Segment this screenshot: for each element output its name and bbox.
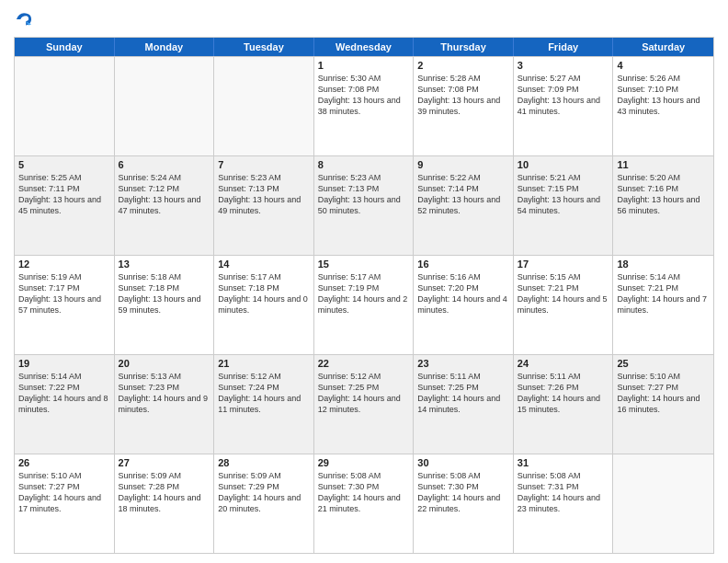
header-cell-thursday: Thursday bbox=[414, 38, 514, 56]
calendar-cell: 24Sunrise: 5:11 AM Sunset: 7:26 PM Dayli… bbox=[514, 355, 614, 454]
calendar-cell bbox=[15, 57, 115, 155]
day-number: 20 bbox=[119, 358, 210, 369]
cell-info: Sunrise: 5:12 AM Sunset: 7:25 PM Dayligh… bbox=[318, 371, 410, 416]
calendar-cell: 1Sunrise: 5:30 AM Sunset: 7:08 PM Daylig… bbox=[314, 57, 415, 155]
calendar-cell: 23Sunrise: 5:11 AM Sunset: 7:25 PM Dayli… bbox=[414, 355, 514, 454]
day-number: 12 bbox=[18, 259, 110, 270]
calendar-cell: 7Sunrise: 5:23 AM Sunset: 7:13 PM Daylig… bbox=[214, 156, 314, 255]
calendar-row-3: 12Sunrise: 5:19 AM Sunset: 7:17 PM Dayli… bbox=[15, 255, 713, 354]
header-cell-sunday: Sunday bbox=[15, 38, 115, 56]
calendar-cell: 28Sunrise: 5:09 AM Sunset: 7:29 PM Dayli… bbox=[214, 454, 314, 553]
header-cell-friday: Friday bbox=[514, 38, 614, 56]
cell-info: Sunrise: 5:19 AM Sunset: 7:17 PM Dayligh… bbox=[18, 271, 110, 316]
day-number: 7 bbox=[218, 159, 310, 170]
calendar-row-1: 1Sunrise: 5:30 AM Sunset: 7:08 PM Daylig… bbox=[15, 56, 713, 155]
calendar-cell: 19Sunrise: 5:14 AM Sunset: 7:22 PM Dayli… bbox=[15, 355, 115, 454]
day-number: 2 bbox=[417, 60, 509, 71]
calendar-cell: 3Sunrise: 5:27 AM Sunset: 7:09 PM Daylig… bbox=[514, 57, 614, 155]
day-number: 14 bbox=[218, 259, 310, 270]
calendar-header: SundayMondayTuesdayWednesdayThursdayFrid… bbox=[15, 38, 713, 56]
calendar-cell: 5Sunrise: 5:25 AM Sunset: 7:11 PM Daylig… bbox=[15, 156, 115, 255]
cell-info: Sunrise: 5:10 AM Sunset: 7:27 PM Dayligh… bbox=[617, 371, 710, 416]
cell-info: Sunrise: 5:09 AM Sunset: 7:28 PM Dayligh… bbox=[119, 470, 210, 515]
calendar-cell: 27Sunrise: 5:09 AM Sunset: 7:28 PM Dayli… bbox=[115, 454, 215, 553]
calendar-row-5: 26Sunrise: 5:10 AM Sunset: 7:27 PM Dayli… bbox=[15, 454, 713, 553]
day-number: 13 bbox=[119, 259, 210, 270]
day-number: 29 bbox=[318, 457, 410, 468]
day-number: 9 bbox=[417, 159, 509, 170]
day-number: 21 bbox=[218, 358, 310, 369]
cell-info: Sunrise: 5:10 AM Sunset: 7:27 PM Dayligh… bbox=[18, 470, 110, 515]
cell-info: Sunrise: 5:08 AM Sunset: 7:30 PM Dayligh… bbox=[417, 470, 509, 515]
day-number: 25 bbox=[617, 358, 710, 369]
cell-info: Sunrise: 5:20 AM Sunset: 7:16 PM Dayligh… bbox=[617, 172, 710, 217]
cell-info: Sunrise: 5:08 AM Sunset: 7:31 PM Dayligh… bbox=[518, 470, 609, 515]
calendar: SundayMondayTuesdayWednesdayThursdayFrid… bbox=[14, 37, 714, 554]
day-number: 19 bbox=[18, 358, 110, 369]
day-number: 11 bbox=[617, 159, 710, 170]
header-cell-wednesday: Wednesday bbox=[314, 38, 415, 56]
header bbox=[14, 9, 714, 29]
day-number: 26 bbox=[18, 457, 110, 468]
day-number: 28 bbox=[218, 457, 310, 468]
cell-info: Sunrise: 5:11 AM Sunset: 7:25 PM Dayligh… bbox=[417, 371, 509, 416]
day-number: 18 bbox=[617, 259, 710, 270]
cell-info: Sunrise: 5:26 AM Sunset: 7:10 PM Dayligh… bbox=[617, 73, 710, 118]
calendar-cell: 4Sunrise: 5:26 AM Sunset: 7:10 PM Daylig… bbox=[613, 57, 713, 155]
calendar-cell: 30Sunrise: 5:08 AM Sunset: 7:30 PM Dayli… bbox=[414, 454, 514, 553]
day-number: 6 bbox=[119, 159, 210, 170]
day-number: 23 bbox=[417, 358, 509, 369]
calendar-cell: 14Sunrise: 5:17 AM Sunset: 7:18 PM Dayli… bbox=[214, 256, 314, 354]
header-cell-saturday: Saturday bbox=[613, 38, 713, 56]
cell-info: Sunrise: 5:14 AM Sunset: 7:22 PM Dayligh… bbox=[18, 371, 110, 416]
cell-info: Sunrise: 5:24 AM Sunset: 7:12 PM Dayligh… bbox=[119, 172, 210, 217]
calendar-cell: 6Sunrise: 5:24 AM Sunset: 7:12 PM Daylig… bbox=[115, 156, 215, 255]
cell-info: Sunrise: 5:23 AM Sunset: 7:13 PM Dayligh… bbox=[218, 172, 310, 217]
calendar-cell bbox=[115, 57, 215, 155]
day-number: 22 bbox=[318, 358, 410, 369]
cell-info: Sunrise: 5:23 AM Sunset: 7:13 PM Dayligh… bbox=[318, 172, 410, 217]
cell-info: Sunrise: 5:09 AM Sunset: 7:29 PM Dayligh… bbox=[218, 470, 310, 515]
cell-info: Sunrise: 5:18 AM Sunset: 7:18 PM Dayligh… bbox=[119, 271, 210, 316]
day-number: 5 bbox=[18, 159, 110, 170]
calendar-cell: 8Sunrise: 5:23 AM Sunset: 7:13 PM Daylig… bbox=[314, 156, 415, 255]
cell-info: Sunrise: 5:30 AM Sunset: 7:08 PM Dayligh… bbox=[318, 73, 410, 118]
calendar-cell: 15Sunrise: 5:17 AM Sunset: 7:19 PM Dayli… bbox=[314, 256, 415, 354]
day-number: 3 bbox=[518, 60, 609, 71]
calendar-cell: 26Sunrise: 5:10 AM Sunset: 7:27 PM Dayli… bbox=[15, 454, 115, 553]
header-cell-monday: Monday bbox=[115, 38, 215, 56]
day-number: 8 bbox=[318, 159, 410, 170]
page: SundayMondayTuesdayWednesdayThursdayFrid… bbox=[0, 0, 728, 563]
day-number: 1 bbox=[318, 60, 410, 71]
day-number: 15 bbox=[318, 259, 410, 270]
cell-info: Sunrise: 5:14 AM Sunset: 7:21 PM Dayligh… bbox=[617, 271, 710, 316]
cell-info: Sunrise: 5:17 AM Sunset: 7:18 PM Dayligh… bbox=[218, 271, 310, 316]
calendar-row-2: 5Sunrise: 5:25 AM Sunset: 7:11 PM Daylig… bbox=[15, 155, 713, 255]
calendar-cell: 11Sunrise: 5:20 AM Sunset: 7:16 PM Dayli… bbox=[613, 156, 713, 255]
cell-info: Sunrise: 5:17 AM Sunset: 7:19 PM Dayligh… bbox=[318, 271, 410, 316]
calendar-cell: 18Sunrise: 5:14 AM Sunset: 7:21 PM Dayli… bbox=[613, 256, 713, 354]
cell-info: Sunrise: 5:15 AM Sunset: 7:21 PM Dayligh… bbox=[518, 271, 609, 316]
calendar-row-4: 19Sunrise: 5:14 AM Sunset: 7:22 PM Dayli… bbox=[15, 354, 713, 454]
cell-info: Sunrise: 5:08 AM Sunset: 7:30 PM Dayligh… bbox=[318, 470, 410, 515]
logo-icon bbox=[14, 9, 34, 29]
calendar-cell: 9Sunrise: 5:22 AM Sunset: 7:14 PM Daylig… bbox=[414, 156, 514, 255]
cell-info: Sunrise: 5:25 AM Sunset: 7:11 PM Dayligh… bbox=[18, 172, 110, 217]
calendar-cell: 13Sunrise: 5:18 AM Sunset: 7:18 PM Dayli… bbox=[115, 256, 215, 354]
calendar-cell bbox=[214, 57, 314, 155]
cell-info: Sunrise: 5:28 AM Sunset: 7:08 PM Dayligh… bbox=[417, 73, 509, 118]
calendar-cell: 16Sunrise: 5:16 AM Sunset: 7:20 PM Dayli… bbox=[414, 256, 514, 354]
calendar-cell: 31Sunrise: 5:08 AM Sunset: 7:31 PM Dayli… bbox=[514, 454, 614, 553]
day-number: 4 bbox=[617, 60, 710, 71]
day-number: 24 bbox=[518, 358, 609, 369]
calendar-cell: 10Sunrise: 5:21 AM Sunset: 7:15 PM Dayli… bbox=[514, 156, 614, 255]
day-number: 31 bbox=[518, 457, 609, 468]
calendar-cell: 22Sunrise: 5:12 AM Sunset: 7:25 PM Dayli… bbox=[314, 355, 415, 454]
day-number: 27 bbox=[119, 457, 210, 468]
calendar-body: 1Sunrise: 5:30 AM Sunset: 7:08 PM Daylig… bbox=[15, 56, 713, 553]
calendar-cell: 29Sunrise: 5:08 AM Sunset: 7:30 PM Dayli… bbox=[314, 454, 415, 553]
day-number: 30 bbox=[417, 457, 509, 468]
cell-info: Sunrise: 5:12 AM Sunset: 7:24 PM Dayligh… bbox=[218, 371, 310, 416]
cell-info: Sunrise: 5:22 AM Sunset: 7:14 PM Dayligh… bbox=[417, 172, 509, 217]
calendar-cell: 12Sunrise: 5:19 AM Sunset: 7:17 PM Dayli… bbox=[15, 256, 115, 354]
